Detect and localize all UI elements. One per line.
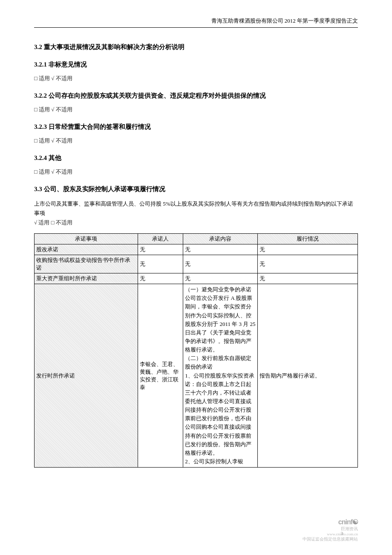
heading-3-2: 3.2 重大事项进展情况及其影响和解决方案的分析说明 — [34, 43, 358, 51]
th-matter: 承诺事项 — [35, 234, 138, 244]
cninfo-logo: cninf☯ — [303, 518, 358, 526]
cell-matter: 发行时所作承诺 — [35, 284, 138, 468]
table-row: 发行时所作承诺 李银会、王君、黄巍、卢艳、华实投资、浙江联泰 （一）避免同业竞争… — [35, 284, 358, 468]
logo-line: 中国证监会指定信息披露网站 — [303, 536, 358, 542]
table-row: 重大资产重组时所作承诺 无 无 无 — [35, 273, 358, 284]
heading-3-2-3: 3.2.3 日常经营重大合同的签署和履行情况 — [34, 123, 358, 131]
cell-matter: 重大资产重组时所作承诺 — [35, 273, 138, 284]
intro-text: 上市公司及其董事、监事和高级管理人员、公司持股 5%以上股东及其实际控制人等有关… — [34, 199, 358, 218]
th-status: 履行情况 — [257, 234, 357, 244]
table-header-row: 承诺事项 承诺人 承诺内容 履行情况 — [35, 234, 358, 244]
cell-person: 李银会、王君、黄巍、卢艳、华实投资、浙江联泰 — [138, 284, 183, 468]
cell-person: 无 — [138, 244, 183, 255]
logo-url: www.cninfo.com.cn — [303, 532, 358, 536]
applicability-3-2-3: □ 适用 √ 不适用 — [34, 137, 358, 145]
applicability-3-3: √ 适用 □ 不适用 — [34, 219, 358, 227]
cell-content: 无 — [183, 255, 258, 273]
commitments-table: 承诺事项 承诺人 承诺内容 履行情况 股改承诺 无 无 无 收购报告书或权益变动… — [34, 233, 358, 468]
cell-status: 无 — [257, 273, 357, 284]
th-content: 承诺内容 — [183, 234, 258, 244]
cell-status: 无 — [257, 255, 357, 273]
cell-matter: 股改承诺 — [35, 244, 138, 255]
heading-3-2-2: 3.2.2 公司存在向控股股东或其关联方提供资金、违反规定程序对外提供担保的情况 — [34, 92, 358, 100]
cell-status: 报告期内严格履行承诺。 — [257, 284, 357, 468]
applicability-3-2-2: □ 适用 √ 不适用 — [34, 106, 358, 113]
document-page: 青海互助青稞酒股份有限公司 2012 年第一季度季度报告正文 3.2 重大事项进… — [0, 0, 392, 555]
heading-3-2-4: 3.2.4 其他 — [34, 154, 358, 162]
cell-content: 无 — [183, 244, 258, 255]
running-header: 青海互助青稞酒股份有限公司 2012 年第一季度季度报告正文 — [34, 17, 358, 28]
heading-3-2-1: 3.2.1 非标意见情况 — [34, 61, 358, 69]
table-row: 收购报告书或权益变动报告书中所作承诺 无 无 无 — [35, 255, 358, 273]
footer-logo-block: cninf☯ 巨潮资讯 www.cninfo.com.cn 中国证监会指定信息披… — [303, 518, 358, 542]
cell-content: 无 — [183, 273, 258, 284]
applicability-3-2-1: □ 适用 √ 不适用 — [34, 75, 358, 82]
cell-person: 无 — [138, 255, 183, 273]
logo-subtitle: 巨潮资讯 — [303, 526, 358, 532]
cell-person: 无 — [138, 273, 183, 284]
cell-status: 无 — [257, 244, 357, 255]
table-row: 股改承诺 无 无 无 — [35, 244, 358, 255]
applicability-3-2-4: □ 适用 √ 不适用 — [34, 168, 358, 176]
cell-content: （一）避免同业竞争的承诺 公司首次公开发行 A 股股票期间，李银会、华实投资分别… — [183, 284, 258, 468]
cell-matter: 收购报告书或权益变动报告书中所作承诺 — [35, 255, 138, 273]
th-person: 承诺人 — [138, 234, 183, 244]
heading-3-3: 3.3 公司、股东及实际控制人承诺事项履行情况 — [34, 185, 358, 193]
